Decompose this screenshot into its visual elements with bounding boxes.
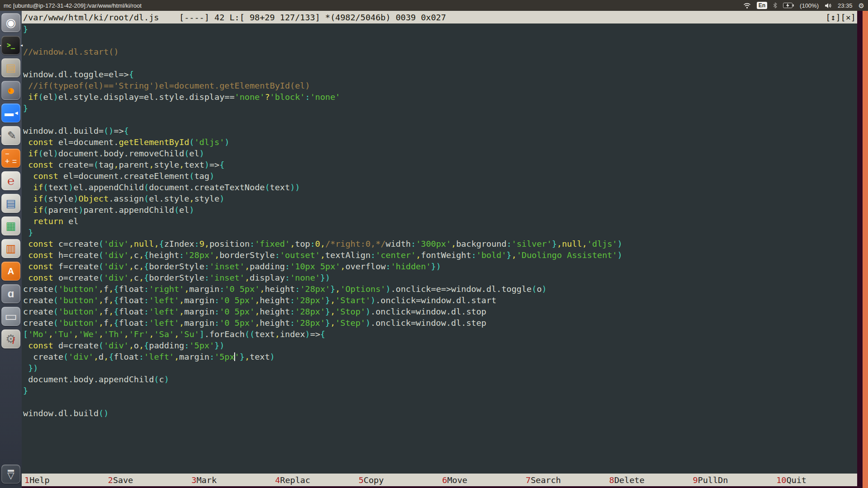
code-line: create('button',f,{float:'left',margin:'… bbox=[23, 295, 857, 306]
code-line: const f=create('div',c,{borderStyle:'ins… bbox=[23, 261, 857, 272]
trash-icon-slot: ▽▬ bbox=[0, 465, 22, 483]
code-line: const c=create('div',null,{zIndex:9,posi… bbox=[23, 238, 857, 249]
fkey-copy[interactable]: 5Copy bbox=[356, 475, 439, 485]
libreoffice-calc-icon[interactable]: ▦ bbox=[1, 216, 20, 235]
ubuntu-software-icon[interactable]: A bbox=[1, 262, 20, 281]
fkey-replac[interactable]: 4Replac bbox=[272, 475, 356, 485]
mc-editor-window: /var/www/html/ki/root/dl.js [----] 42 L:… bbox=[22, 11, 857, 486]
code-line: if(parent)parent.appendChild(el) bbox=[23, 204, 857, 216]
session-gear-icon[interactable]: ⚙ bbox=[859, 2, 864, 9]
top-panel: mc [ubuntu@ip-172-31-42-209]:/var/www/ht… bbox=[0, 0, 868, 11]
terminal-icon[interactable]: >_ bbox=[1, 36, 20, 55]
code-line: const create=(tag,parent,style,text)=>{ bbox=[23, 159, 857, 170]
code-line bbox=[23, 57, 857, 69]
focused-indicator: ◂ bbox=[20, 43, 23, 47]
document-viewer-icon[interactable]: ℮ bbox=[1, 171, 20, 190]
editor-title-bar: /var/www/html/ki/root/dl.js [----] 42 L:… bbox=[22, 11, 857, 23]
wallpaper-strip-dark bbox=[857, 11, 863, 488]
fkey-search[interactable]: 7Search bbox=[523, 475, 607, 485]
firefox-icon-slot: ●◖ bbox=[0, 81, 22, 100]
code-line: } bbox=[23, 103, 857, 114]
code-line: //window.dl.start() bbox=[23, 46, 857, 57]
function-key-bar: 1Help2Save3Mark4Replac5Copy6Move7Search8… bbox=[22, 474, 857, 486]
fkey-help[interactable]: 1Help bbox=[22, 475, 105, 485]
resize-button[interactable]: [↕] bbox=[826, 13, 840, 22]
text-editor-icon[interactable]: ✎ bbox=[1, 126, 20, 145]
volume-icon[interactable] bbox=[825, 3, 832, 9]
code-line: create('button',f,{float:'right',margin:… bbox=[23, 283, 857, 295]
battery-icon[interactable] bbox=[783, 3, 794, 8]
libreoffice-writer-icon[interactable]: ▤ bbox=[1, 194, 20, 213]
fkey-save[interactable]: 2Save bbox=[105, 475, 189, 485]
disks-icon-slot: ▭● bbox=[0, 307, 22, 326]
launcher: ◉▸>_◂▤●◖▬◄▸✎−+=℮▤▦▥Aɑ▭●⚙/▽▬ bbox=[0, 11, 22, 488]
code-area[interactable]: } //window.dl.start() window.dl.toggle=e… bbox=[22, 23, 857, 474]
code-line: const el=document.createElement(tag) bbox=[23, 170, 857, 182]
dash-home-icon[interactable]: ◉ bbox=[1, 13, 20, 32]
code-line: create('div',d,{float:'left',margin:'5px… bbox=[23, 351, 857, 362]
code-line: //if(typeof(el)=='String')el=document.ge… bbox=[23, 80, 857, 91]
text-editor-icon-slot: ▸✎ bbox=[0, 126, 22, 145]
code-line: ['Mo','Tu','We','Th','Fr','Sa','Su'].for… bbox=[23, 328, 857, 340]
code-line: const d=create('div',o,{padding:'5px'}) bbox=[23, 340, 857, 351]
code-line: window.dl.build() bbox=[23, 408, 857, 419]
code-line: if(el)document.body.removeChild(el) bbox=[23, 148, 857, 159]
libreoffice-calc-icon-slot: ▦ bbox=[0, 216, 22, 235]
code-line: window.dl.toggle=el=>{ bbox=[23, 69, 857, 80]
ubuntu-software-icon-slot: A bbox=[0, 262, 22, 281]
document-viewer-icon-slot: ℮ bbox=[0, 171, 22, 190]
terminal-icon-slot: ▸>_◂ bbox=[0, 36, 22, 55]
file-cabinet-icon-slot: ▤ bbox=[0, 58, 22, 77]
wallpaper-strip-orange bbox=[863, 11, 868, 488]
fkey-quit[interactable]: 10Quit bbox=[774, 475, 857, 485]
calculator-icon[interactable]: −+= bbox=[1, 149, 20, 168]
code-line bbox=[23, 35, 857, 46]
clock[interactable]: 23:35 bbox=[838, 2, 853, 9]
bluetooth-icon[interactable] bbox=[773, 2, 777, 9]
code-line: const el=document.getElementById('dljs') bbox=[23, 136, 857, 148]
amazon-icon[interactable]: ɑ bbox=[1, 284, 20, 303]
file-path-stats: /var/www/html/ki/root/dl.js [----] 42 L:… bbox=[23, 13, 446, 22]
window-title: mc [ubuntu@ip-172-31-42-209]:/var/www/ht… bbox=[4, 2, 142, 9]
zoom-icon[interactable]: ▬◄ bbox=[1, 103, 20, 122]
code-line bbox=[23, 114, 857, 125]
system-settings-icon[interactable]: ⚙/ bbox=[1, 329, 20, 348]
amazon-icon-slot: ɑ bbox=[0, 284, 22, 303]
code-line: create('button',f,{float:'left',margin:'… bbox=[23, 306, 857, 317]
wallpaper-strip-bottom bbox=[22, 486, 857, 488]
code-line: }) bbox=[23, 362, 857, 374]
code-line: create('button',f,{float:'left',margin:'… bbox=[23, 317, 857, 328]
battery-percentage: (100%) bbox=[800, 2, 819, 9]
file-cabinet-icon[interactable]: ▤ bbox=[1, 58, 20, 77]
dash-home-icon-slot: ◉ bbox=[0, 13, 22, 32]
calculator-icon-slot: −+= bbox=[0, 149, 22, 168]
code-line: const h=create('div',c,{height:'28px',bo… bbox=[23, 249, 857, 261]
zoom-icon-slot: ▬◄ bbox=[0, 103, 22, 122]
disks-icon[interactable]: ▭● bbox=[1, 307, 20, 326]
code-line: } bbox=[23, 227, 857, 238]
code-line: } bbox=[23, 23, 857, 35]
firefox-icon[interactable]: ●◖ bbox=[1, 81, 20, 100]
code-line: const o=create('div',c,{borderStyle:'ins… bbox=[23, 272, 857, 283]
code-line bbox=[23, 396, 857, 408]
code-line: window.dl.build=()=>{ bbox=[23, 125, 857, 136]
fkey-mark[interactable]: 3Mark bbox=[189, 475, 273, 485]
code-line: if(el)el.style.display=el.style.display=… bbox=[23, 91, 857, 103]
libreoffice-writer-icon-slot: ▤ bbox=[0, 194, 22, 213]
libreoffice-impress-icon-slot: ▥ bbox=[0, 239, 22, 258]
editor-window-buttons: [↕] [×] bbox=[826, 13, 856, 22]
fkey-delete[interactable]: 8Delete bbox=[607, 475, 690, 485]
wifi-icon[interactable] bbox=[743, 3, 751, 9]
keyboard-layout-indicator[interactable]: En bbox=[757, 2, 767, 9]
system-settings-icon-slot: ⚙/ bbox=[0, 329, 22, 348]
code-line: if(text)el.appendChild(document.createTe… bbox=[23, 182, 857, 193]
fkey-pulldn[interactable]: 9PullDn bbox=[690, 475, 774, 485]
libreoffice-impress-icon[interactable]: ▥ bbox=[1, 239, 20, 258]
code-line: } bbox=[23, 385, 857, 396]
trash-icon[interactable]: ▽▬ bbox=[1, 465, 20, 483]
code-line: return el bbox=[23, 216, 857, 227]
code-line: document.body.appendChild(c) bbox=[23, 374, 857, 385]
fkey-move[interactable]: 6Move bbox=[439, 475, 523, 485]
code-line: if(style)Object.assign(el.style,style) bbox=[23, 193, 857, 204]
close-button[interactable]: [×] bbox=[841, 13, 856, 22]
